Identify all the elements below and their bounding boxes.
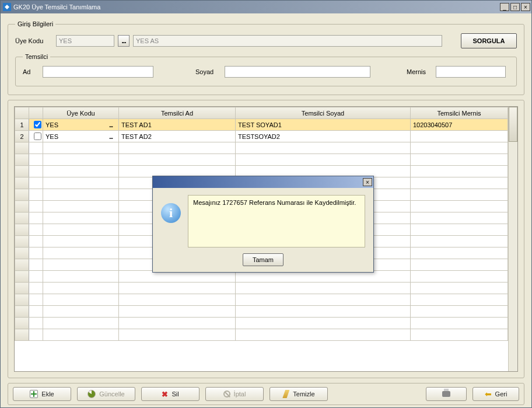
grid-header-temsilci-ad[interactable]: Temsilci Ad [119,107,236,119]
cancel-icon [223,390,230,397]
cell-temsilci-mernis[interactable]: 10203040507 [411,119,508,131]
row-checkbox-cell [29,294,43,306]
temsilci-group: Temsilci Ad Soyad Mernis [15,53,517,86]
ad-label: Ad [23,68,39,75]
row-number [15,166,29,177]
row-checkbox-cell [29,212,43,224]
printer-icon [442,391,450,397]
grid-header-row: Üye Kodu Temsilci Ad Temsilci Soyad Tems… [15,107,508,119]
iptal-button[interactable]: İptal [205,387,264,401]
app-window: GK20 Üye Temsilci Tanımlama _ □ × Giriş … [0,0,532,408]
guncelle-button[interactable]: Güncelle [77,387,135,401]
info-icon: i [161,203,181,223]
row-checkbox-cell [29,259,43,271]
mernis-input[interactable] [436,66,506,78]
grid-header-rownum [15,107,29,119]
soyad-label: Soyad [195,68,221,75]
row-number [15,154,29,166]
row-checkbox-cell [29,271,43,283]
sil-button[interactable]: ✖ Sil [141,387,200,401]
print-button[interactable] [426,387,467,401]
table-row[interactable] [15,306,508,318]
giris-bilgileri-group: Giriş Bilgileri Üye Kodu ... SORGULA Tem… [8,20,524,95]
row-number [15,212,29,224]
row-number [15,142,29,154]
delete-icon: ✖ [162,390,168,398]
dialog-close-button[interactable]: × [363,178,372,186]
row-number [15,283,29,294]
grid-header-temsilci-soyad[interactable]: Temsilci Soyad [236,107,411,119]
table-row[interactable] [15,318,508,329]
row-checkbox-cell[interactable] [29,119,43,131]
titlebar: GK20 Üye Temsilci Tanımlama _ □ × [1,1,531,13]
row-number [15,318,29,329]
close-button[interactable]: × [521,3,530,11]
window-buttons: _ □ × [500,3,530,11]
iptal-label: İptal [234,390,246,397]
cell-temsilci-mernis[interactable] [411,131,508,142]
uye-kodu-lookup-button[interactable]: ... [118,35,130,47]
row-checkbox-cell [29,306,43,318]
row-number [15,189,29,201]
table-row[interactable] [15,142,508,154]
cell-temsilci-ad[interactable]: TEST AD1 [119,119,236,131]
row-number [15,247,29,259]
maximize-button[interactable]: □ [510,3,520,11]
row-number [15,294,29,306]
grid-header-uye-kodu[interactable]: Üye Kodu [43,107,119,119]
ad-input[interactable] [43,66,153,78]
row-checkbox-cell [29,318,43,329]
grid-scrollbar[interactable] [508,107,517,371]
action-toolbar: Ekle Güncelle ✖ Sil İptal Temizle [8,383,524,405]
geri-button[interactable]: ⬅ Geri [473,387,519,401]
giris-legend: Giriş Bilgileri [15,20,55,27]
dialog-message: Mesajınız 1727657 Referans Numarası ile … [188,195,365,247]
sorgula-button[interactable]: SORGULA [461,33,517,48]
cell-temsilci-soyad[interactable]: TESTSOYAD2 [236,131,411,142]
row-checkbox-cell [29,189,43,201]
dialog-body: i Mesajınız 1727657 Referans Numarası il… [153,188,373,251]
guncelle-label: Güncelle [99,390,124,397]
back-arrow-icon: ⬅ [485,390,492,398]
add-icon [30,390,38,398]
row-checkbox-cell [29,283,43,294]
row-checkbox-cell [29,201,43,212]
minimize-button[interactable]: _ [500,3,509,11]
dialog-footer: Tamam [153,251,373,272]
soyad-input[interactable] [225,66,370,78]
row-number [15,271,29,283]
uye-kodu-input[interactable] [56,35,114,47]
row-number [15,224,29,236]
eraser-icon [282,390,289,398]
cell-uye-kodu[interactable]: YES... [43,119,119,131]
row-checkbox-cell [29,154,43,166]
row-number [15,177,29,189]
ekle-button[interactable]: Ekle [13,387,71,401]
table-row[interactable] [15,329,508,341]
temizle-button[interactable]: Temizle [270,387,328,401]
row-checkbox-cell[interactable] [29,131,43,142]
mernis-label: Mernis [407,68,432,75]
uye-adi-input [133,35,442,47]
cell-uye-kodu[interactable]: YES... [43,131,119,142]
scroll-thumb[interactable] [509,107,517,142]
table-row[interactable]: 2YES...TEST AD2TESTSOYAD2 [15,131,508,142]
row-number: 2 [15,131,29,142]
table-row[interactable]: 1YES...TEST AD1TEST SOYAD110203040507 [15,119,508,131]
grid-header-checkbox [29,107,43,119]
row-checkbox[interactable] [34,132,41,140]
uye-lookup-icon[interactable]: ... [106,121,116,128]
row-checkbox-cell [29,177,43,189]
cell-temsilci-ad[interactable]: TEST AD2 [119,131,236,142]
table-row[interactable] [15,294,508,306]
table-row[interactable] [15,154,508,166]
dialog-ok-button[interactable]: Tamam [243,253,284,266]
table-row[interactable] [15,283,508,294]
row-checkbox-cell [29,329,43,341]
dialog-titlebar[interactable]: × [153,176,373,188]
grid-header-temsilci-mernis[interactable]: Temsilci Mernis [411,107,508,119]
uye-lookup-icon[interactable]: ... [106,133,116,140]
cell-temsilci-soyad[interactable]: TEST SOYAD1 [236,119,411,131]
row-checkbox[interactable] [34,121,41,128]
row-checkbox-cell [29,247,43,259]
